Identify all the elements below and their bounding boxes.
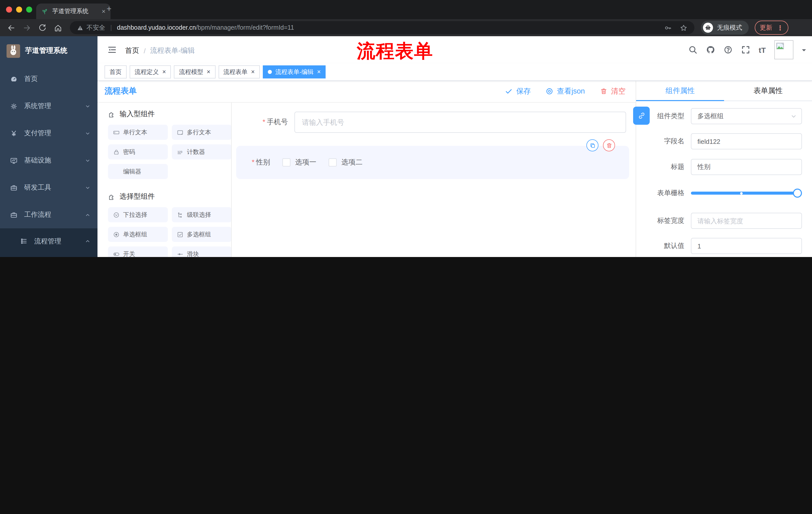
address-bar[interactable]: 不安全 | dashboard.yudao.iocoder.cn/bpm/man… (70, 21, 694, 34)
textarea-icon (177, 129, 183, 136)
component-item[interactable]: 密码 (108, 144, 168, 159)
browser-tab[interactable]: 芋道管理系统 × (36, 3, 111, 19)
grid-slider[interactable] (691, 185, 801, 201)
component-item[interactable]: 开关 (108, 246, 168, 257)
save-button[interactable]: 保存 (505, 86, 531, 96)
gender-field-selected[interactable]: 性别 选项一 选项二 (236, 146, 629, 179)
tag[interactable]: 首页 (105, 65, 127, 78)
minimize-window-button[interactable] (16, 6, 22, 12)
slider-handle[interactable] (793, 189, 802, 198)
sidebar-item-process-management[interactable]: 流程管理 (0, 228, 97, 254)
fullscreen-icon[interactable] (741, 45, 750, 54)
back-icon[interactable] (7, 23, 16, 32)
component-type-select[interactable]: 多选框组 (691, 108, 802, 124)
password-key-icon[interactable] (664, 24, 672, 31)
copy-component-button[interactable] (586, 139, 599, 152)
trash-icon (606, 142, 612, 148)
font-size-icon[interactable]: tT (759, 46, 766, 54)
component-item[interactable]: 级联选择 (172, 207, 232, 222)
label-width-input[interactable] (691, 213, 802, 229)
form-designer: 流程表单 保存 查看json 清空 (97, 80, 812, 257)
tag[interactable]: 流程模型 × (174, 65, 215, 78)
view-json-button[interactable]: 查看json (546, 86, 585, 96)
screen: 芋道管理系统 × + 不安全 | dashboard.yudao.iocoder… (0, 0, 812, 257)
bookmark-star-icon[interactable] (680, 24, 687, 31)
close-icon[interactable]: × (207, 69, 210, 75)
component-item[interactable]: 编辑器 (108, 164, 168, 179)
trash-icon (600, 87, 608, 95)
sidebar-item[interactable]: 系统管理 (0, 92, 97, 120)
phone-input[interactable] (294, 112, 626, 133)
forward-icon[interactable] (23, 23, 31, 32)
sidebar-item[interactable]: 基础设施 (0, 147, 97, 174)
gender-option-2-checkbox[interactable]: 选项二 (329, 158, 362, 167)
copy-icon (589, 142, 596, 148)
close-icon[interactable]: × (251, 69, 255, 75)
component-item[interactable]: 多选框组 (172, 227, 232, 242)
chrome-update-button[interactable]: 更新 ⋮ (755, 21, 788, 35)
incognito-icon (704, 24, 712, 31)
zoom-window-button[interactable] (26, 6, 32, 12)
new-tab-button[interactable]: + (107, 4, 112, 13)
tag[interactable]: 流程定义 × (129, 65, 171, 78)
reload-icon[interactable] (38, 23, 47, 32)
label-width-row: 标签宽度 (636, 213, 805, 229)
not-secure-icon[interactable] (77, 24, 83, 31)
tag[interactable]: 流程表单 × (218, 65, 260, 78)
phone-field[interactable]: 手机号 (244, 112, 626, 133)
search-icon[interactable] (688, 45, 697, 54)
breadcrumb-home[interactable]: 首页 (125, 46, 139, 55)
close-icon[interactable]: × (317, 69, 321, 75)
link-drawer-button[interactable] (633, 107, 650, 125)
title-input[interactable] (691, 159, 802, 175)
default-value-input[interactable] (691, 238, 802, 254)
chevron-down-icon (85, 103, 90, 109)
delete-component-button[interactable] (603, 139, 615, 152)
sidebar-subitem[interactable]: 流程表单 (0, 254, 97, 257)
chevron-down-icon (790, 113, 797, 120)
breadcrumb-current: 流程表单-编辑 (150, 46, 195, 55)
slider-icon (177, 251, 183, 257)
not-secure-label: 不安全 (86, 23, 105, 32)
component-item[interactable]: 单行文本 (108, 125, 168, 140)
sidebar-item[interactable]: 支付管理 (0, 120, 97, 147)
home-icon[interactable] (54, 23, 62, 32)
avatar-caret-icon[interactable] (802, 49, 806, 53)
close-window-button[interactable] (6, 6, 12, 12)
github-icon[interactable] (706, 45, 715, 54)
help-icon[interactable] (724, 45, 733, 54)
grid-row: 表单栅格 (636, 185, 805, 201)
more-menu-icon[interactable]: ⋮ (777, 24, 783, 31)
component-item[interactable]: 多行文本 (172, 125, 232, 140)
components-panel: 输入型组件 单行文本 多行文本 (97, 103, 232, 257)
component-item[interactable]: 单选框组 (108, 227, 168, 242)
close-tab-icon[interactable]: × (102, 8, 106, 15)
clear-button[interactable]: 清空 (600, 86, 626, 96)
form-canvas: 手机号 性别 选项一 选项二 (232, 103, 636, 257)
checkbox-icon (177, 231, 183, 238)
browser-toolbar: 不安全 | dashboard.yudao.iocoder.cn/bpm/man… (0, 19, 812, 36)
hamburger-icon[interactable] (108, 45, 117, 54)
app-logo[interactable]: 芋道管理系统 (0, 36, 97, 65)
component-item[interactable]: 滑块 (172, 246, 232, 257)
briefcase-icon (10, 211, 18, 218)
tree-icon (20, 237, 28, 245)
tab-form-props[interactable]: 表单属性 (724, 80, 812, 101)
eye-icon (546, 87, 553, 95)
sidebar-item[interactable]: 首页 (0, 65, 97, 92)
field-name-input[interactable] (691, 133, 802, 150)
title-row: 标题 (636, 159, 805, 175)
close-icon[interactable]: × (162, 69, 166, 75)
sidebar-item[interactable]: 工作流程 (0, 201, 97, 228)
avatar[interactable] (774, 40, 793, 59)
tab-component-props[interactable]: 组件属性 (636, 80, 724, 101)
tag[interactable]: 流程表单-编辑 × (263, 65, 326, 78)
monitor-icon (10, 157, 18, 164)
puzzle-icon (108, 110, 116, 118)
sidebar: 芋道管理系统 首页 系统管理 支付管理 (0, 36, 97, 257)
sidebar-item[interactable]: 研发工具 (0, 174, 97, 201)
gender-option-1-checkbox[interactable]: 选项一 (283, 158, 316, 167)
link-icon (637, 112, 645, 120)
component-item[interactable]: 下拉选择 (108, 207, 168, 222)
component-item[interactable]: 123 计数器 (172, 144, 232, 159)
